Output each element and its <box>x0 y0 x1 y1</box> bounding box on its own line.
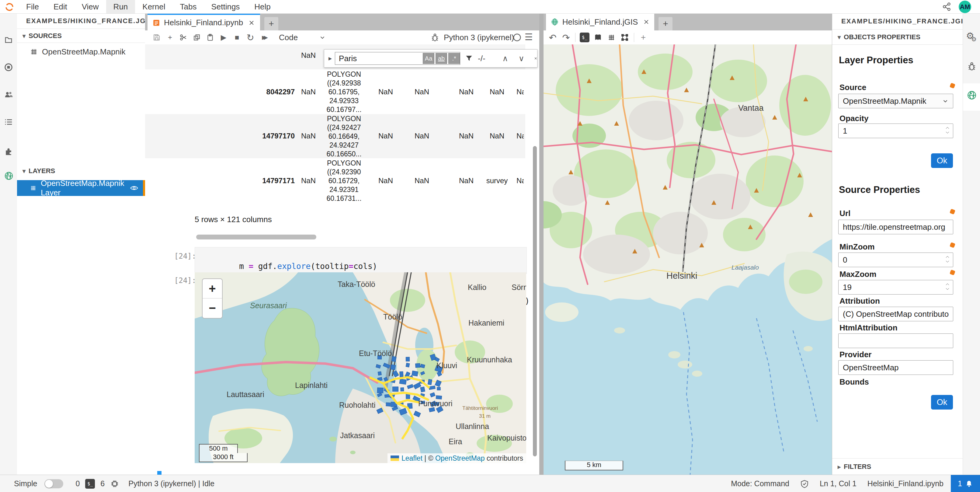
objects-properties-header[interactable]: ▾ OBJECTS PROPERTIES <box>838 30 920 45</box>
attribution-input[interactable] <box>838 307 953 321</box>
stepper-icon[interactable] <box>945 127 950 134</box>
terminal-icon[interactable]: $_ <box>578 31 591 43</box>
gis-tabbar: Helsinki_Finland.jGIS + <box>544 13 832 30</box>
next-match-icon[interactable]: ∨ <box>519 54 524 63</box>
close-search-icon[interactable] <box>534 55 537 62</box>
paste-icon[interactable] <box>204 31 217 43</box>
menu-tabs[interactable]: Tabs <box>172 0 204 13</box>
regex-button[interactable]: .* <box>448 53 460 64</box>
close-icon[interactable] <box>248 20 255 26</box>
kernel-status-text[interactable]: Python 3 (ipykernel) | Idle <box>128 479 215 488</box>
table-row: 14797170 NaN POLYGON ((24.92427 60.16649… <box>145 114 525 158</box>
file-browser-icon[interactable] <box>4 35 13 45</box>
whole-word-button[interactable]: ab <box>436 53 447 64</box>
grid-layer-icon[interactable] <box>605 31 618 43</box>
stop-icon[interactable]: ■ <box>230 31 243 43</box>
run-all-icon[interactable]: ▶▶ <box>257 31 270 43</box>
source-select[interactable]: OpenStreetMap.Mapnik <box>838 94 953 108</box>
jupytergis-panel-icon[interactable] <box>4 171 13 180</box>
menu-run[interactable]: Run <box>106 0 135 13</box>
tab-notebook[interactable]: Helsinki_Finland.ipynb <box>148 13 260 30</box>
layer-ok-button[interactable]: Ok <box>931 153 953 168</box>
leaflet-map[interactable]: Taka-Töölö Kallio Sörn Seurasaari Töölö … <box>195 272 526 463</box>
copy-icon[interactable] <box>190 31 204 43</box>
search-input[interactable] <box>338 54 422 64</box>
add-layer-icon[interactable]: + <box>636 31 650 43</box>
property-inspector-icon[interactable]: ⚙⚙ <box>966 30 980 41</box>
leaflet-map-canvas[interactable]: Taka-Töölö Kallio Sörn Seurasaari Töölö … <box>195 272 526 463</box>
gis-map[interactable]: Vantaa Helsinki Laajasalo 5 km <box>544 45 832 474</box>
layer-list-item-selected[interactable]: OpenStreetMap.Mapnik Layer <box>17 180 145 196</box>
restart-kernel-icon[interactable]: ↻ <box>243 31 257 43</box>
menu-help[interactable]: Help <box>247 0 278 13</box>
menu-settings[interactable]: Settings <box>204 0 247 13</box>
osm-link[interactable]: OpenStreetMap <box>435 454 485 462</box>
match-case-button[interactable]: Aa <box>423 53 434 64</box>
minzoom-input[interactable] <box>838 253 953 267</box>
menu-kernel[interactable]: Kernel <box>135 0 172 13</box>
debugger-icon[interactable] <box>967 62 977 71</box>
running-sessions-icon[interactable] <box>4 63 13 72</box>
layers-section-header[interactable]: ▾ LAYERS <box>22 164 55 178</box>
zoom-out-button[interactable]: − <box>202 298 222 318</box>
zoom-in-button[interactable]: + <box>202 279 222 298</box>
run-icon[interactable]: ▶ <box>217 31 230 43</box>
collaborators-icon[interactable] <box>4 90 13 99</box>
debugger-icon[interactable] <box>430 33 439 42</box>
filters-section-header[interactable]: ▸ FILTERS <box>838 459 871 474</box>
extensions-icon[interactable] <box>4 146 13 156</box>
cut-icon[interactable] <box>177 31 190 43</box>
vertical-scrollbar[interactable] <box>533 146 537 456</box>
htmlattribution-input[interactable] <box>838 333 953 348</box>
terminals-count[interactable]: 0 <box>75 479 80 488</box>
cell-type-dropdown[interactable]: Code <box>279 33 298 42</box>
opacity-input[interactable] <box>838 124 953 138</box>
redo-icon[interactable]: ↷ <box>559 31 573 43</box>
kernel-name[interactable]: Python 3 (ipykernel) <box>444 33 514 42</box>
cell-collapser[interactable] <box>157 471 162 474</box>
stepper-icon[interactable] <box>945 283 950 290</box>
gis-map-canvas[interactable]: Vantaa Helsinki Laajasalo <box>544 45 832 474</box>
source-ok-button[interactable]: Ok <box>931 395 953 409</box>
source-list-item[interactable]: OpenStreetMap.Mapnik <box>30 45 126 59</box>
avatar[interactable]: AM <box>959 1 971 13</box>
close-icon[interactable] <box>643 19 649 25</box>
provider-input[interactable] <box>838 360 953 375</box>
table-of-contents-icon[interactable] <box>4 118 13 127</box>
table-cell-geometry: POLYGON ((24.92390 60.16729, 24.92391 60… <box>324 159 364 203</box>
code-cell[interactable]: m = gdf.explore(tooltip=cols) ox.graph_t… <box>195 247 527 274</box>
menu-file[interactable]: File <box>19 0 46 13</box>
pane-divider[interactable] <box>539 13 544 474</box>
chevron-down-icon[interactable] <box>319 34 326 41</box>
new-tab-button[interactable]: + <box>264 17 278 30</box>
table-cell: NaN <box>372 132 399 140</box>
polygon-select-icon[interactable] <box>618 31 632 43</box>
stepper-icon[interactable] <box>945 256 950 263</box>
basemap-book-icon[interactable] <box>591 31 605 43</box>
add-cell-icon[interactable]: + <box>163 31 177 43</box>
share-icon[interactable] <box>942 2 951 11</box>
url-input[interactable] <box>838 220 953 234</box>
save-icon[interactable] <box>150 31 163 43</box>
maxzoom-input[interactable] <box>838 280 953 295</box>
eye-icon[interactable] <box>130 184 138 192</box>
jupytergis-controls-icon[interactable] <box>967 90 977 100</box>
notifications-badge[interactable]: 1 <box>951 475 980 492</box>
leaflet-link[interactable]: Leaflet <box>401 454 423 462</box>
more-menu-icon[interactable]: ☰ <box>525 32 533 42</box>
cursor-position[interactable]: Ln 1, Col 1 <box>820 479 856 488</box>
expand-search-icon[interactable]: ▸ <box>328 54 332 62</box>
kernels-count[interactable]: 6 <box>100 479 105 488</box>
menu-edit[interactable]: Edit <box>46 0 75 13</box>
menu-view[interactable]: View <box>75 0 106 13</box>
new-tab-button[interactable]: + <box>659 17 673 30</box>
horizontal-scrollbar[interactable] <box>196 235 316 239</box>
sources-section-header[interactable]: ▾ SOURCES <box>22 29 62 43</box>
chevron-down-icon: ▾ <box>22 164 25 178</box>
trust-shield-icon[interactable] <box>800 479 809 488</box>
tab-gis[interactable]: Helsinki_Finland.jGIS <box>546 13 654 30</box>
filter-icon[interactable] <box>465 54 473 62</box>
simple-mode-toggle[interactable] <box>45 479 63 488</box>
undo-icon[interactable]: ↶ <box>546 31 559 43</box>
previous-match-icon[interactable]: ∧ <box>503 54 508 63</box>
